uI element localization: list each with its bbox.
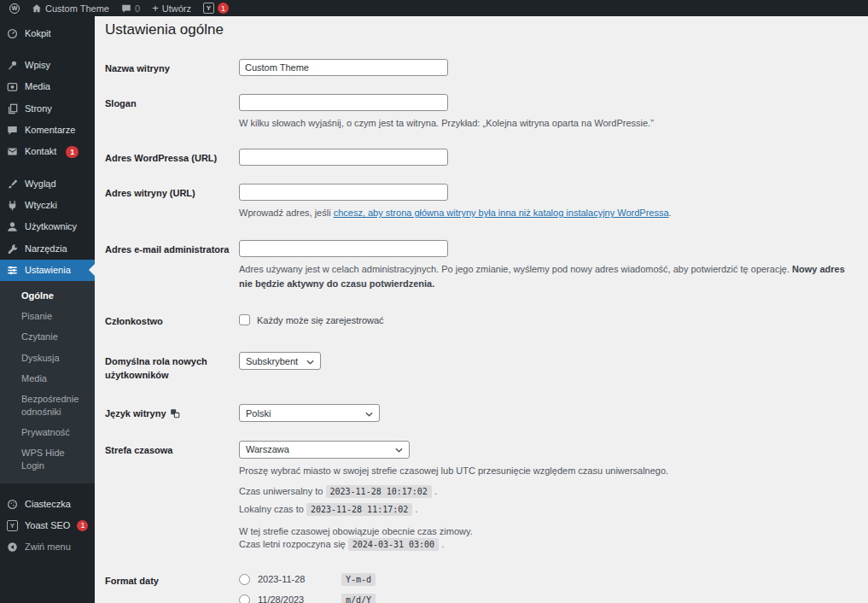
date-format-radio[interactable] <box>239 594 250 603</box>
sidebar-item-settings[interactable]: Ustawienia <box>0 260 95 281</box>
utc-time-value: 2023-11-28 10:17:02 <box>326 485 432 498</box>
comments-icon <box>7 125 18 136</box>
chevron-down-icon <box>395 444 403 454</box>
pages-icon <box>7 103 18 114</box>
site-url-desc-prefix: Wprowadź adres, jeśli <box>239 208 334 218</box>
sidebar-item-comments[interactable]: Komentarze <box>0 120 95 141</box>
dst-start-line: Czas letni rozpoczyna się 2024-03-31 03:… <box>239 539 848 549</box>
wp-logo-menu[interactable]: W <box>3 0 26 16</box>
date-format-option[interactable]: 11/28/2023 m/d/Y <box>239 594 848 603</box>
submenu-item-privacy[interactable]: Prywatność <box>0 422 95 442</box>
site-url-desc-suffix: . <box>669 208 672 218</box>
new-content-menu[interactable]: + Utwórz <box>146 0 197 16</box>
yoast-sidebar-badge: 1 <box>77 520 88 531</box>
settings-sliders-icon <box>7 265 18 276</box>
membership-label: Członkostwo <box>105 312 239 329</box>
comments-count: 0 <box>135 3 140 14</box>
submenu-item-wps-hide-login[interactable]: WPS Hide Login <box>0 442 95 476</box>
admin-email-input[interactable] <box>239 240 448 257</box>
chevron-down-icon <box>365 408 373 419</box>
pushpin-icon <box>7 60 18 71</box>
admin-email-description: Adres używany jest w celach administracy… <box>239 262 848 291</box>
date-format-example: 2023-11-28 <box>258 574 341 584</box>
submenu-item-discussion[interactable]: Dyskusja <box>0 348 95 368</box>
sidebar-item-pages[interactable]: Strony <box>0 98 95 120</box>
sidebar-item-label: Użytkownicy <box>25 221 77 232</box>
translation-icon <box>170 410 180 420</box>
membership-checkbox-label[interactable]: Każdy może się zarejestrować <box>257 315 384 325</box>
timezone-description: Proszę wybrać miasto w swojej strefie cz… <box>239 464 848 478</box>
site-url-input[interactable] <box>239 184 448 201</box>
sidebar-item-tools[interactable]: Narzędzia <box>0 238 95 260</box>
sidebar-item-media[interactable]: Media <box>0 76 95 97</box>
yoast-notification-badge: 1 <box>218 3 229 14</box>
sidebar-item-posts[interactable]: Wpisy <box>0 55 95 76</box>
submenu-item-general[interactable]: Ogólne <box>0 285 95 306</box>
site-url-help-link[interactable]: chcesz, aby strona główna witryny była i… <box>334 208 669 218</box>
default-role-select[interactable]: Subskrybent <box>239 352 321 370</box>
submenu-item-reading[interactable]: Czytanie <box>0 326 95 347</box>
date-format-option[interactable]: 2023-11-28 Y-m-d <box>239 573 848 586</box>
page-title: Ustawienia ogólne <box>105 21 848 38</box>
utc-time-suffix: . <box>434 486 437 496</box>
date-format-code: Y-m-d <box>341 573 376 586</box>
sidebar-item-users[interactable]: Użytkownicy <box>0 216 95 237</box>
timezone-select[interactable]: Warszawa <box>239 441 410 459</box>
site-language-select[interactable]: Polski <box>239 404 380 422</box>
membership-checkbox[interactable] <box>239 314 250 325</box>
comments-menu[interactable]: 0 <box>115 0 146 16</box>
dst-note-line: W tej strefie czasowej obowiązuje obecni… <box>239 526 848 536</box>
yoast-menu[interactable]: Y 1 <box>197 0 235 16</box>
sidebar-item-plugins[interactable]: Wtyczki <box>0 195 95 216</box>
date-format-radio[interactable] <box>239 574 250 585</box>
wordpress-url-input[interactable] <box>239 149 448 166</box>
paintbrush-icon <box>7 179 18 190</box>
chevron-down-icon <box>306 356 314 366</box>
submenu-item-permalinks[interactable]: Bezpośrednie odnośniki <box>0 389 95 422</box>
sidebar-item-label: Wygląd <box>25 179 56 190</box>
site-title-input[interactable] <box>239 59 448 76</box>
yoast-icon: Y <box>203 3 214 14</box>
sidebar-item-label: Media <box>25 81 50 92</box>
site-name-label: Custom Theme <box>45 3 109 14</box>
collapse-arrow-icon <box>7 542 18 553</box>
sidebar-item-cookies[interactable]: Ciasteczka <box>0 494 95 515</box>
timezone-value: Warszawa <box>246 444 289 454</box>
tagline-description: W kilku słowach wyjaśnij, o czym jest ta… <box>239 116 848 131</box>
sidebar-item-label: Komentarze <box>25 125 75 136</box>
yoast-icon: Y <box>7 520 18 531</box>
sidebar-item-yoast-seo[interactable]: Y Yoast SEO 1 <box>0 515 95 536</box>
sidebar-item-label: Ciasteczka <box>25 499 71 510</box>
contact-badge: 1 <box>66 146 79 158</box>
sidebar-item-label: Yoast SEO <box>25 520 70 531</box>
sidebar-item-appearance[interactable]: Wygląd <box>0 173 95 195</box>
site-url-description: Wprowadź adres, jeśli chcesz, aby strona… <box>239 206 848 220</box>
submenu-item-media[interactable]: Media <box>0 368 95 389</box>
media-icon <box>7 81 18 92</box>
sidebar-item-label: Wtyczki <box>25 200 57 211</box>
tagline-input[interactable] <box>239 94 448 111</box>
new-content-label: Utwórz <box>162 3 191 14</box>
default-role-value: Subskrybent <box>246 356 298 366</box>
submenu-item-writing[interactable]: Pisanie <box>0 306 95 326</box>
cookie-icon <box>7 499 18 510</box>
tagline-label: Slogan <box>105 94 239 111</box>
sidebar-item-label: Zwiń menu <box>25 542 71 553</box>
settings-general-page: Ustawienia ogólne Nazwa witryny Slogan W… <box>95 0 868 603</box>
sidebar-item-dashboard[interactable]: Kokpit <box>0 23 95 44</box>
date-format-code: m/d/Y <box>341 594 376 603</box>
settings-submenu: Ogólne Pisanie Czytanie Dyskusja Media B… <box>0 281 95 483</box>
local-time-suffix: . <box>415 504 417 514</box>
admin-bar: W Custom Theme 0 + Utwórz Y 1 <box>0 0 868 16</box>
site-name-link[interactable]: Custom Theme <box>26 0 115 16</box>
envelope-icon <box>7 146 18 157</box>
collapse-menu-button[interactable]: Zwiń menu <box>0 536 95 558</box>
admin-email-label: Adres e-mail administratora <box>105 240 239 257</box>
sidebar-item-contact[interactable]: Kontakt 1 <box>0 141 95 163</box>
site-language-value: Polski <box>246 408 271 419</box>
wrench-icon <box>7 243 18 255</box>
admin-sidebar: Kokpit Wpisy Media Strony Komentarze Kon… <box>0 16 95 603</box>
wordpress-url-label: Adres WordPressa (URL) <box>105 149 239 166</box>
utc-time-line: Czas uniwersalny to 2023-11-28 10:17:02 … <box>239 486 848 496</box>
timezone-label: Strefa czasowa <box>105 441 239 458</box>
